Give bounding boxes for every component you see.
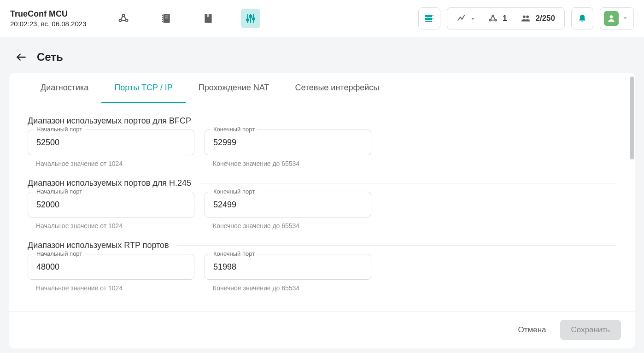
divider — [199, 183, 616, 183]
svg-rect-8 — [165, 16, 169, 17]
svg-rect-15 — [425, 18, 432, 20]
tab-interfaces[interactable]: Сетевые интерфейсы — [282, 73, 392, 103]
field-h245-end: Конечный порт Конечное значение до 65534 — [205, 192, 371, 229]
label-end: Конечный порт — [211, 250, 258, 257]
group-bfcp: Диапазон используемых портов для BFCP На… — [9, 105, 635, 167]
group-rtp-title: Диапазон используемых RTP портов — [28, 241, 169, 250]
group-rtp: Диапазон используемых RTP портов Начальн… — [9, 229, 635, 292]
share-icon — [488, 13, 498, 24]
stats-chip: - 1 2/250 — [447, 7, 565, 29]
header-right-cluster: - 1 2/250 — [418, 7, 634, 29]
svg-rect-5 — [162, 17, 163, 18]
group-bfcp-title: Диапазон используемых портов для BFCP — [28, 116, 191, 126]
app-title: TrueConf MCU — [10, 9, 86, 19]
label-end: Конечный порт — [211, 188, 258, 195]
label-end: Конечный порт — [211, 126, 258, 133]
stat-participants-value: 2/250 — [535, 14, 555, 23]
server-status-button[interactable] — [418, 7, 440, 29]
scroll-content[interactable]: Диапазон используемых портов для BFCP На… — [9, 103, 635, 311]
divider — [177, 245, 616, 246]
field-h245-start: Начальный порт Начальное значение от 102… — [28, 192, 194, 229]
hint-start: Начальное значение от 1024 — [28, 218, 194, 229]
hint-start: Начальное значение от 1024 — [28, 280, 194, 292]
label-start: Начальный порт — [34, 126, 85, 133]
input-rtp-end[interactable] — [212, 262, 363, 272]
bell-icon — [577, 13, 587, 24]
svg-point-12 — [250, 15, 252, 18]
input-bfcp-start[interactable] — [35, 137, 187, 148]
field-bfcp-end: Конечный порт Конечное значение до 65534 — [205, 129, 371, 167]
scrollbar-thumb[interactable] — [630, 76, 634, 159]
nav-conferences-icon[interactable] — [114, 9, 133, 28]
nav-settings-icon[interactable] — [241, 9, 260, 28]
person-icon — [607, 14, 616, 23]
activity-icon — [457, 13, 467, 24]
avatar — [604, 11, 619, 26]
svg-point-20 — [489, 19, 491, 21]
group-h245-title: Диапазон используемых портов для H.245 — [28, 178, 191, 188]
svg-rect-14 — [425, 15, 432, 17]
svg-rect-6 — [162, 19, 163, 20]
footer-actions: Отмена Сохранить — [9, 311, 635, 348]
svg-point-13 — [253, 18, 255, 20]
cancel-button[interactable]: Отмена — [515, 325, 549, 335]
label-start: Начальный порт — [34, 188, 85, 195]
hint-end: Конечное значение до 65534 — [205, 155, 371, 167]
svg-rect-7 — [162, 21, 163, 22]
input-h245-start[interactable] — [35, 200, 187, 210]
svg-rect-16 — [425, 21, 432, 22]
user-menu-button[interactable] — [600, 7, 634, 29]
svg-point-17 — [433, 15, 433, 16]
arrow-left-icon — [15, 51, 27, 63]
notifications-button[interactable] — [571, 7, 593, 29]
input-h245-end[interactable] — [212, 200, 363, 210]
app-bar: TrueConf MCU 20:02:23, вс, 06.08.2023 - — [0, 0, 644, 37]
stat-activity-value: - — [471, 14, 474, 23]
hint-end: Конечное значение до 65534 — [205, 218, 371, 229]
stat-participants: 2/250 — [521, 13, 555, 24]
page-header: Сеть — [0, 37, 644, 73]
input-rtp-start[interactable] — [35, 262, 187, 272]
settings-panel: Диагностика Порты TCP / IP Прохождение N… — [9, 73, 635, 348]
hint-end: Конечное значение до 65534 — [205, 280, 371, 292]
svg-point-11 — [247, 19, 249, 21]
tab-diagnostics[interactable]: Диагностика — [28, 73, 101, 103]
input-bfcp-end[interactable] — [212, 137, 363, 148]
app-datetime: 20:02:23, вс, 06.08.2023 — [10, 20, 86, 28]
stat-activity: - — [457, 13, 474, 24]
field-bfcp-start: Начальный порт Начальное значение от 102… — [28, 129, 194, 167]
svg-point-24 — [610, 15, 613, 18]
brand-block: TrueConf MCU 20:02:23, вс, 06.08.2023 — [10, 9, 114, 28]
svg-point-23 — [527, 15, 529, 18]
chevron-down-icon — [621, 14, 629, 23]
divider — [199, 121, 616, 121]
label-start: Начальный порт — [34, 250, 85, 257]
svg-point-21 — [495, 19, 497, 21]
svg-point-2 — [126, 19, 128, 22]
field-rtp-end: Конечный порт Конечное значение до 65534 — [205, 254, 371, 292]
svg-rect-9 — [165, 18, 169, 18]
field-rtp-start: Начальный порт Начальное значение от 102… — [28, 254, 194, 292]
group-h245: Диапазон используемых портов для H.245 Н… — [9, 167, 635, 229]
save-button[interactable]: Сохранить — [560, 320, 621, 340]
nav-addressbook-icon[interactable] — [156, 9, 176, 28]
tab-ports[interactable]: Порты TCP / IP — [101, 73, 185, 103]
tab-nat[interactable]: Прохождение NAT — [186, 73, 282, 103]
users-icon — [521, 13, 531, 24]
tabs: Диагностика Порты TCP / IP Прохождение N… — [9, 73, 635, 103]
svg-point-22 — [523, 15, 526, 18]
back-button[interactable] — [14, 50, 29, 65]
nav-bookmark-icon[interactable] — [199, 9, 218, 28]
svg-point-18 — [433, 18, 433, 19]
svg-point-1 — [119, 19, 122, 22]
stat-conferences-value: 1 — [503, 14, 507, 23]
nav-icons — [114, 9, 260, 28]
stat-conferences: 1 — [488, 13, 507, 24]
svg-rect-4 — [162, 15, 163, 16]
svg-rect-3 — [164, 14, 170, 23]
page-title: Сеть — [37, 51, 63, 64]
hint-start: Начальное значение от 1024 — [28, 155, 194, 167]
